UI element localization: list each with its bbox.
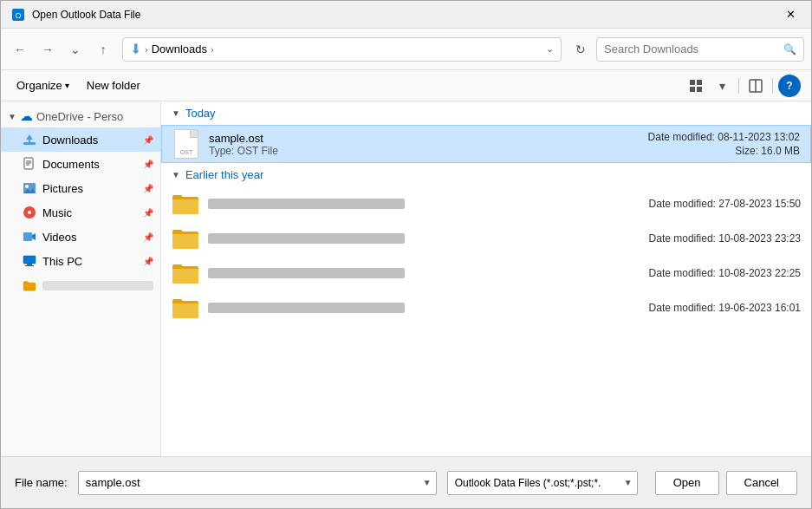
recent-button[interactable]: ⌄ bbox=[63, 37, 88, 62]
breadcrumb-bar[interactable]: ⬇ › Downloads › ⌄ bbox=[122, 37, 562, 62]
folder-meta-4: Date modified: 19-06-2023 16:01 bbox=[619, 302, 801, 314]
videos-pin-icon: 📌 bbox=[143, 232, 153, 242]
organize-button[interactable]: Organize ▾ bbox=[11, 77, 75, 94]
this-pc-icon bbox=[22, 253, 37, 269]
svg-rect-23 bbox=[27, 264, 32, 265]
filename-label: File name: bbox=[15, 476, 68, 489]
main-area: ▼ ☁ OneDrive - Perso Downloads 📌 bbox=[1, 101, 811, 456]
forward-button[interactable]: → bbox=[36, 37, 60, 62]
today-group-label: Today bbox=[185, 107, 216, 120]
downloads-icon bbox=[22, 132, 37, 147]
filetype-select[interactable]: Outlook Data Files (*.ost;*.pst;*. bbox=[447, 471, 638, 495]
cancel-button[interactable]: Cancel bbox=[726, 471, 797, 495]
breadcrumb-dropdown-icon[interactable]: ⌄ bbox=[546, 43, 554, 55]
folder-name-2-blurred bbox=[208, 233, 405, 244]
filetype-wrapper: Outlook Data Files (*.ost;*.pst;*. ▼ bbox=[447, 471, 638, 495]
group-header-today[interactable]: ▼ Today bbox=[161, 101, 811, 125]
sidebar: ▼ ☁ OneDrive - Perso Downloads 📌 bbox=[1, 101, 161, 456]
folder-icon-2 bbox=[172, 226, 199, 251]
view-dropdown-icon[interactable]: ▾ bbox=[711, 75, 733, 97]
separator bbox=[738, 78, 739, 94]
ost-file-icon: OST bbox=[172, 127, 200, 161]
file-content-area: ▼ Today OST sample.ost Type: OST File Da… bbox=[161, 101, 811, 456]
onedrive-label: OneDrive - Perso bbox=[36, 110, 123, 123]
sidebar-item-pictures-label: Pictures bbox=[42, 182, 138, 195]
documents-icon bbox=[22, 156, 37, 172]
ost-icon-visual: OST bbox=[174, 129, 198, 159]
svg-marker-21 bbox=[32, 233, 36, 240]
help-button[interactable]: ? bbox=[778, 75, 801, 97]
new-folder-button[interactable]: New folder bbox=[81, 77, 146, 94]
footer-buttons: Open Cancel bbox=[655, 471, 797, 495]
back-button[interactable]: ← bbox=[8, 37, 32, 62]
this-pc-pin-icon: 📌 bbox=[143, 257, 153, 266]
organize-label: Organize bbox=[16, 79, 62, 92]
svg-rect-5 bbox=[697, 87, 702, 92]
sidebar-item-pictures[interactable]: Pictures 📌 bbox=[1, 176, 160, 200]
sidebar-item-documents-label: Documents bbox=[42, 158, 138, 171]
downloads-pin-icon: 📌 bbox=[143, 135, 153, 145]
sidebar-item-downloads-label: Downloads bbox=[42, 134, 138, 147]
sidebar-item-music-label: Music bbox=[42, 206, 138, 219]
music-pin-icon: 📌 bbox=[143, 208, 153, 218]
dialog-window: O Open Outlook Data File ✕ ← → ⌄ ↑ ⬇ › D… bbox=[0, 0, 812, 509]
title-bar: O Open Outlook Data File ✕ bbox=[1, 1, 811, 29]
documents-pin-icon: 📌 bbox=[143, 160, 153, 169]
separator2 bbox=[772, 78, 773, 94]
search-bar[interactable]: 🔍 bbox=[596, 37, 804, 62]
sidebar-item-downloads[interactable]: Downloads 📌 bbox=[1, 127, 160, 152]
svg-rect-24 bbox=[25, 265, 34, 266]
breadcrumb-end-arrow: › bbox=[211, 44, 214, 55]
svg-text:O: O bbox=[15, 11, 21, 20]
music-icon: ♪ bbox=[22, 205, 37, 220]
folder-name-4-blurred bbox=[208, 303, 405, 313]
folder-meta-1: Date modified: 27-08-2023 15:50 bbox=[619, 198, 801, 210]
sidebar-item-this-pc-label: This PC bbox=[42, 255, 138, 268]
folder-row-4[interactable]: Date modified: 19-06-2023 16:01 bbox=[161, 290, 811, 325]
view-toggle-button[interactable] bbox=[685, 75, 707, 97]
search-input[interactable] bbox=[604, 42, 780, 55]
svg-rect-22 bbox=[23, 256, 36, 264]
svg-rect-8 bbox=[23, 142, 36, 145]
today-expand-icon: ▼ bbox=[172, 108, 180, 118]
close-button[interactable]: ✕ bbox=[780, 4, 801, 25]
sidebar-item-documents[interactable]: Documents 📌 bbox=[1, 152, 160, 176]
group-header-earlier[interactable]: ▼ Earlier this year bbox=[161, 163, 811, 186]
breadcrumb-location: Downloads bbox=[152, 42, 207, 55]
sidebar-item-videos[interactable]: Videos 📌 bbox=[1, 225, 160, 249]
folder-row-1[interactable]: Date modified: 27-08-2023 15:50 bbox=[161, 186, 811, 221]
preview-pane-button[interactable] bbox=[744, 75, 767, 97]
file-size: Size: 16.0 MB bbox=[735, 145, 800, 157]
file-name-type: sample.ost Type: OST File bbox=[209, 132, 609, 157]
folder-row-2[interactable]: Date modified: 10-08-2023 23:23 bbox=[161, 221, 811, 256]
folder-name-3-blurred bbox=[208, 268, 405, 278]
open-button[interactable]: Open bbox=[655, 471, 719, 495]
footer: File name: ▼ Outlook Data Files (*.ost;*… bbox=[1, 456, 811, 508]
pictures-pin-icon: 📌 bbox=[143, 184, 153, 193]
file-name-label: sample.ost bbox=[209, 132, 609, 145]
refresh-button[interactable]: ↻ bbox=[568, 37, 593, 62]
filename-combo: ▼ bbox=[78, 471, 437, 495]
view-buttons: ▾ ? bbox=[685, 75, 801, 97]
sidebar-item-blurred[interactable] bbox=[1, 273, 160, 297]
file-meta: Date modified: 08-11-2023 13:02 Size: 16… bbox=[618, 131, 800, 157]
folder-row-3[interactable]: Date modified: 10-08-2023 22:25 bbox=[161, 256, 811, 290]
file-row-sample-ost[interactable]: OST sample.ost Type: OST File Date modif… bbox=[161, 125, 811, 163]
folder-meta-2: Date modified: 10-08-2023 23:23 bbox=[619, 232, 801, 245]
app-icon: O bbox=[11, 8, 25, 22]
onedrive-expand-icon[interactable]: ▼ bbox=[8, 112, 16, 121]
sidebar-item-this-pc[interactable]: This PC 📌 bbox=[1, 249, 160, 273]
title-bar-title: Open Outlook Data File bbox=[32, 9, 780, 21]
sidebar-item-music[interactable]: ♪ Music 📌 bbox=[1, 200, 160, 225]
pictures-icon bbox=[22, 180, 37, 196]
download-breadcrumb-icon: ⬇ bbox=[130, 41, 141, 57]
folder-meta-3: Date modified: 10-08-2023 22:25 bbox=[619, 267, 801, 279]
earlier-expand-icon: ▼ bbox=[172, 170, 180, 179]
svg-rect-20 bbox=[23, 232, 32, 241]
file-type-label: Type: OST File bbox=[209, 145, 609, 157]
folder-icon-4 bbox=[172, 296, 199, 320]
folder-icon-3 bbox=[172, 261, 199, 285]
up-button[interactable]: ↑ bbox=[91, 37, 115, 62]
filename-input[interactable] bbox=[78, 471, 437, 495]
svg-rect-3 bbox=[697, 80, 702, 85]
